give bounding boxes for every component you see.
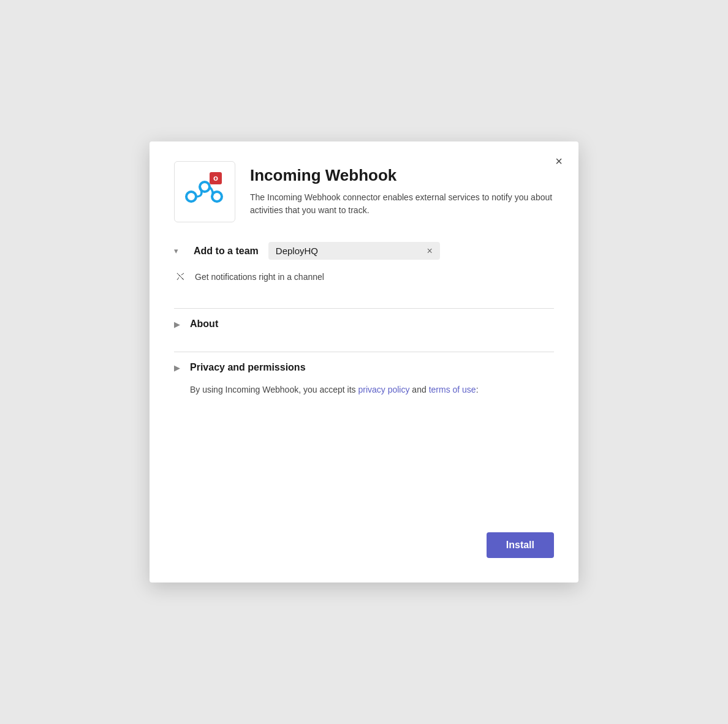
webhook-svg-icon: o <box>183 170 227 214</box>
app-title: Incoming Webhook <box>250 166 554 185</box>
dialog-header: o Incoming Webhook The Incoming Webhook … <box>174 161 554 222</box>
notification-row: ⛌ Get notifications right in a channel <box>174 270 554 284</box>
about-header[interactable]: ▶ About <box>174 319 554 330</box>
install-button[interactable]: Install <box>487 532 554 558</box>
header-text: Incoming Webhook The Incoming Webhook co… <box>250 161 554 217</box>
add-to-team-title: Add to a team <box>194 246 259 257</box>
svg-text:o: o <box>213 173 218 183</box>
about-title: About <box>190 319 218 330</box>
add-to-team-section: ▾ Add to a team × ⛌ Get notifications ri… <box>174 242 554 296</box>
incoming-webhook-dialog: × o Incoming Webhook The Incoming Webhoo… <box>150 141 578 583</box>
app-description: The Incoming Webhook connector enables e… <box>250 191 554 217</box>
app-icon: o <box>174 161 235 222</box>
add-to-team-row: ▾ Add to a team × <box>174 242 440 260</box>
privacy-text-prefix: By using Incoming Webhook, you accept it… <box>190 385 358 394</box>
close-button[interactable]: × <box>552 153 566 170</box>
dialog-footer: Install <box>174 520 554 558</box>
add-to-team-header: ▾ Add to a team × <box>174 242 554 260</box>
team-input-container: × <box>268 242 440 260</box>
privacy-policy-link[interactable]: privacy policy <box>358 385 409 394</box>
terms-of-use-link[interactable]: terms of use <box>429 385 476 394</box>
divider-2 <box>174 352 554 352</box>
team-name-input[interactable] <box>276 246 422 256</box>
notification-text: Get notifications right in a channel <box>195 272 324 282</box>
privacy-header[interactable]: ▶ Privacy and permissions <box>174 362 554 373</box>
privacy-text: By using Incoming Webhook, you accept it… <box>174 383 554 396</box>
channel-icon: ⛌ <box>175 270 188 284</box>
clear-team-button[interactable]: × <box>427 246 432 256</box>
privacy-text-middle: and <box>409 385 428 394</box>
privacy-section: ▶ Privacy and permissions By using Incom… <box>174 362 554 396</box>
divider-1 <box>174 308 554 309</box>
about-section: ▶ About <box>174 319 554 339</box>
about-chevron[interactable]: ▶ <box>174 320 184 329</box>
svg-point-2 <box>186 192 196 202</box>
privacy-text-suffix: : <box>476 385 479 394</box>
privacy-title: Privacy and permissions <box>190 362 306 373</box>
add-to-team-chevron[interactable]: ▾ <box>174 246 184 255</box>
privacy-chevron[interactable]: ▶ <box>174 363 184 372</box>
